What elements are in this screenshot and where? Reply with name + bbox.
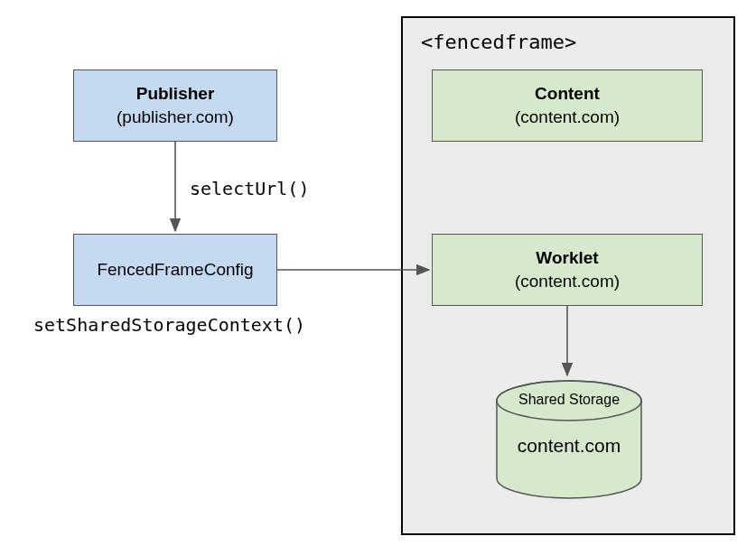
fencedframe-title: <fencedframe> bbox=[421, 31, 576, 53]
storage-top-label: Shared Storage bbox=[488, 392, 650, 408]
config-node: FencedFrameConfig bbox=[73, 234, 277, 306]
worklet-title: Worklet bbox=[536, 246, 598, 270]
worklet-node: Worklet (content.com) bbox=[432, 234, 703, 306]
storage-main-label: content.com bbox=[488, 435, 650, 457]
setctx-label: setSharedStorageContext() bbox=[33, 314, 305, 336]
worklet-sub: (content.com) bbox=[515, 270, 620, 293]
publisher-title: Publisher bbox=[136, 82, 215, 106]
content-title: Content bbox=[535, 82, 600, 106]
config-title: FencedFrameConfig bbox=[97, 258, 253, 282]
content-sub: (content.com) bbox=[515, 106, 620, 129]
publisher-node: Publisher (publisher.com) bbox=[73, 69, 277, 142]
selecturl-label: selectUrl() bbox=[190, 178, 309, 199]
publisher-sub: (publisher.com) bbox=[117, 106, 234, 129]
content-node: Content (content.com) bbox=[432, 69, 703, 142]
